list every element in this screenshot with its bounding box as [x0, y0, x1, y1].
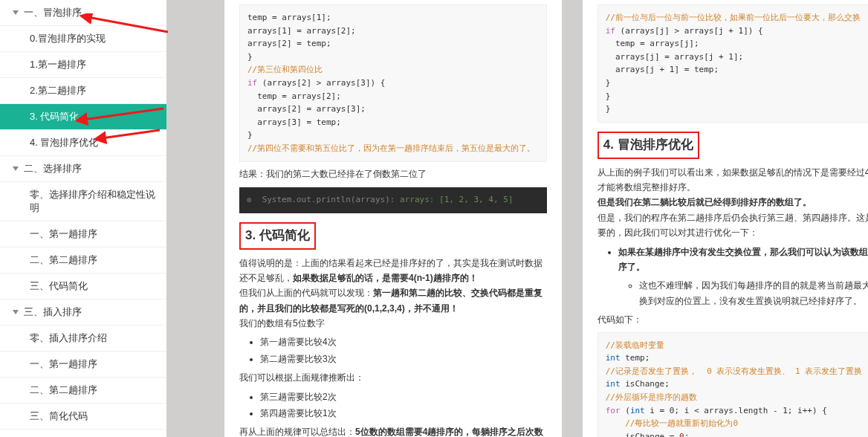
- nav-item[interactable]: 一、第一趟排序: [0, 221, 166, 247]
- chevron-right-icon: [13, 166, 19, 171]
- bullet-list: 如果在某趟排序中没有发生交换位置，那么我们可以认为该数组已经排好序了。 这也不难…: [618, 245, 868, 309]
- nav-item[interactable]: 1.第一趟排序: [0, 52, 166, 78]
- para: 我们可以根据上面规律推断出：: [239, 370, 547, 385]
- result-line: 结果：我们的第二大数已经排在了倒数第二位了: [239, 166, 547, 181]
- para: 从上面的例子我们可以看出来，如果数据足够乱的情况下是需要经过4躺比较才能将数组完…: [597, 165, 868, 195]
- para: 但我们从上面的代码就可以发现：第一趟和第二趟的比较、交换代码都是重复的，并且我们…: [239, 285, 547, 316]
- nav-item[interactable]: 零、插入排序介绍: [0, 326, 166, 352]
- nav-section[interactable]: 二、选择排序: [0, 156, 166, 182]
- para: 值得说明的是：上面的结果看起来已经是排序好的了，其实是我在测试时数据还不足够乱，…: [239, 256, 547, 286]
- list-item: 第三趟需要比较2次: [260, 389, 547, 404]
- nav-item[interactable]: 2.第二趟排序: [0, 78, 166, 104]
- nav-section-label: 一、冒泡排序: [24, 6, 82, 19]
- para: 再从上面的规律可以总结出：5位数的数组需要4趟排序的，每躺排序之后次数减1(因为…: [239, 424, 547, 437]
- bullet-list: 第一趟需要比较4次第二趟需要比较3次: [260, 334, 547, 366]
- nav-section[interactable]: 三、插入排序: [0, 300, 166, 326]
- list-item: 第四趟需要比较1次: [260, 406, 547, 421]
- page-left: temp = arrays[1];arrays[1] = arrays[2];a…: [224, 0, 562, 437]
- nav-item[interactable]: 4. 冒泡排序优化: [0, 130, 166, 156]
- code-block-3: //前一位与后一位与前一位比较，如果前一位比后一位要大，那么交换if (arra…: [597, 4, 868, 123]
- sidebar: 一、冒泡排序0.冒泡排序的实现1.第一趟排序2.第二趟排序3. 代码简化4. 冒…: [0, 0, 166, 437]
- nav-item[interactable]: 三、简化代码: [0, 404, 166, 430]
- list-item: 第二趟需要比较3次: [260, 352, 547, 366]
- nav-item[interactable]: 0.冒泡排序的实现: [0, 26, 166, 52]
- nav-item[interactable]: 二、第二趟排序: [0, 378, 166, 404]
- nav-item[interactable]: 三、代码简化: [0, 273, 166, 300]
- para: 我们的数组有5位数字: [239, 316, 547, 331]
- nav-section[interactable]: 一、冒泡排序: [0, 0, 166, 26]
- para: 但是，我们的程序在第二趟排序后仍会执行第三趟、第四趟排序。这是没有必要的，因此我…: [597, 210, 868, 241]
- gutter: [166, 0, 224, 437]
- list-item: 如果在某趟排序中没有发生交换位置，那么我们可以认为该数组已经排好序了。 这也不难…: [618, 245, 868, 309]
- para: 但是我们在第二躺比较后就已经得到排好序的数组了。: [597, 195, 868, 210]
- heading-4: 4. 冒泡排序优化: [597, 132, 868, 159]
- heading-3: 3. 代码简化: [239, 222, 547, 250]
- chevron-right-icon: [13, 310, 19, 314]
- chevron-right-icon: [13, 10, 19, 15]
- nav-item[interactable]: 零、选择排序介绍和稳定性说明: [0, 182, 166, 221]
- list-item: 第一趟需要比较4次: [260, 334, 547, 349]
- nav-section-label: 三、插入排序: [24, 305, 82, 319]
- code-block-4: //装载临时变量int temp;//记录是否发生了置换， 0 表示没有发生置换…: [597, 332, 868, 437]
- list-item: 这也不难理解，因为我们每趟排序的目的就是将当前趟最大的数置换到对应的位置上，没有…: [639, 278, 868, 308]
- para: 代码如下：: [597, 312, 868, 327]
- console-output: ● System.out.println(arrays): arrays: [1…: [239, 187, 547, 213]
- nav-item[interactable]: 二、第二趟排序: [0, 247, 166, 273]
- nav-item[interactable]: 3. 代码简化: [0, 104, 166, 130]
- code-block-1: temp = arrays[1];arrays[1] = arrays[2];a…: [239, 4, 547, 162]
- nav-section[interactable]: 四、快速排序: [0, 430, 166, 437]
- nav-section-label: 二、选择排序: [24, 162, 82, 175]
- bullet-list: 第三趟需要比较2次第四趟需要比较1次: [260, 389, 547, 421]
- page-right: //前一位与后一位与前一位比较，如果前一位比后一位要大，那么交换if (arra…: [583, 0, 868, 437]
- nav-item[interactable]: 一、第一趟排序: [0, 352, 166, 378]
